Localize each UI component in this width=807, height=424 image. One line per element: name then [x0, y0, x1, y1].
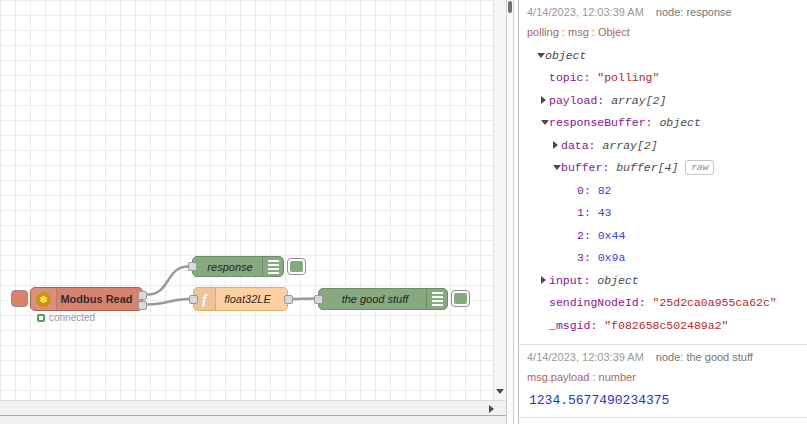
debug-tree-row: data: array[2]	[527, 134, 799, 157]
modbus-flower-icon: ✽	[36, 292, 51, 307]
wire-function-to-goodstuff[interactable]	[292, 299, 314, 300]
status-connected-icon	[37, 314, 45, 322]
timestamp: 4/14/2023, 12:03:39 AM	[527, 351, 644, 363]
node-label: Modbus Read	[57, 288, 136, 310]
debug-tree-row: object	[527, 44, 799, 67]
debug-key: 0:	[577, 184, 598, 197]
debug-key: buffer:	[561, 161, 616, 174]
debug-tree: objecttopic: "polling"payload: array[2]r…	[527, 44, 799, 337]
scroll-down-arrow-icon[interactable]	[496, 389, 504, 394]
debug-value: 0x9a	[598, 251, 626, 264]
debug-key: topic:	[549, 71, 597, 84]
node-label: response	[199, 257, 261, 276]
expand-arrow-icon[interactable]	[553, 141, 561, 149]
debug-message-subject: polling : msg : Object	[527, 22, 799, 40]
debug-panel-scrollbar[interactable]	[506, 0, 514, 424]
debug-message: 4/14/2023, 12:03:39 AM node: response po…	[519, 0, 807, 345]
debug-key: responseBuffer:	[549, 116, 659, 129]
node-label: the good stuff	[325, 289, 425, 309]
debug-sidebar: 4/14/2023, 12:03:39 AM node: response po…	[519, 0, 807, 424]
flow-canvas[interactable]: ✽ Modbus Read connected response f float…	[0, 0, 493, 400]
debug-list-icon	[262, 257, 283, 276]
goodstuff-input-port[interactable]	[314, 295, 323, 304]
canvas-horizontal-scrollbar[interactable]	[0, 400, 506, 415]
node-label: float32LE	[216, 288, 279, 310]
window-bottom-chrome	[0, 415, 506, 424]
source-node-name: node: the good stuff	[656, 351, 753, 363]
expand-arrow-icon[interactable]	[541, 96, 549, 104]
canvas-vertical-scrollbar[interactable]	[493, 0, 506, 400]
collapse-arrow-icon[interactable]	[553, 165, 561, 170]
debug-tree-row: 3: 0x9a	[527, 247, 799, 270]
debug-key: _msgid:	[549, 319, 604, 332]
collapse-arrow-icon[interactable]	[541, 120, 549, 125]
debug-tree-row: topic: "polling"	[527, 67, 799, 90]
debug-message-meta: 4/14/2023, 12:03:39 AM node: the good st…	[527, 351, 799, 367]
debug-tree-row: _msgid: "f082658c502489a2"	[527, 314, 799, 337]
source-node-name: node: response	[656, 6, 732, 18]
debug-tree-row: buffer: buffer[4]raw	[527, 157, 799, 180]
debug-value: array[2]	[611, 94, 666, 107]
debug-key: payload:	[549, 94, 611, 107]
debug-value: 0x44	[598, 229, 626, 242]
wire-modbus-to-function[interactable]	[148, 299, 189, 305]
debug-value: "polling"	[597, 71, 659, 84]
debug-key: data:	[561, 139, 602, 152]
debug-message-subject: msg.payload : number	[527, 367, 799, 385]
wire-modbus-to-response[interactable]	[148, 267, 188, 295]
function-input-port[interactable]	[189, 295, 198, 304]
debug-key: input:	[549, 274, 597, 287]
node-debug-good-stuff[interactable]: the good stuff	[318, 288, 448, 310]
debug-value: 43	[598, 206, 612, 219]
debug-value: array[2]	[602, 139, 657, 152]
debug-value: object	[597, 274, 638, 287]
modbus-trigger-button[interactable]	[11, 290, 28, 307]
debug-tree-row: payload: array[2]	[527, 89, 799, 112]
scroll-right-arrow-icon[interactable]	[489, 405, 494, 413]
debug-tree-row: sendingNodeId: "25d2ca0a955ca62c"	[527, 292, 799, 315]
debug-list-icon	[426, 289, 447, 309]
debug-enable-toggle-response[interactable]	[287, 258, 306, 275]
expand-arrow-icon[interactable]	[541, 276, 549, 284]
node-function-float32le[interactable]: f float32LE	[193, 287, 288, 311]
debug-message: 4/14/2023, 12:03:39 AM node: the good st…	[519, 345, 807, 418]
debug-key: 3:	[577, 251, 598, 264]
collapse-arrow-icon[interactable]	[537, 53, 545, 58]
debug-payload-value: 1234.5677490234375	[527, 389, 799, 410]
debug-value: 82	[598, 184, 612, 197]
response-input-port[interactable]	[188, 262, 197, 271]
debug-tree-row: 2: 0x44	[527, 224, 799, 247]
debug-value: buffer[4]	[616, 161, 678, 174]
timestamp: 4/14/2023, 12:03:39 AM	[527, 6, 644, 18]
scrollbar-thumb[interactable]	[508, 1, 512, 13]
debug-value: object	[545, 49, 586, 62]
debug-tree-row: 1: 43	[527, 202, 799, 225]
debug-message-meta: 4/14/2023, 12:03:39 AM node: response	[527, 6, 799, 22]
node-debug-response[interactable]: response	[192, 256, 284, 277]
node-status: connected	[37, 312, 95, 323]
debug-value: "f082658c502489a2"	[604, 319, 728, 332]
node-modbus-read[interactable]: ✽ Modbus Read	[30, 287, 143, 311]
debug-key: 1:	[577, 206, 598, 219]
modbus-icon-box: ✽	[31, 288, 57, 310]
modbus-output-port-2[interactable]	[138, 301, 147, 310]
debug-value: object	[659, 116, 700, 129]
debug-enable-toggle-goodstuff[interactable]	[451, 290, 470, 307]
function-output-port[interactable]	[284, 295, 293, 304]
node-red-window: ✽ Modbus Read connected response f float…	[0, 0, 807, 424]
debug-tree-row: input: object	[527, 269, 799, 292]
debug-key: sendingNodeId:	[549, 296, 653, 309]
debug-tree-row: 0: 82	[527, 179, 799, 202]
wire-layer	[0, 0, 493, 400]
raw-button[interactable]: raw	[685, 160, 714, 175]
debug-value: "25d2ca0a955ca62c"	[653, 296, 777, 309]
debug-tree-row: responseBuffer: object	[527, 112, 799, 135]
debug-key: 2:	[577, 229, 598, 242]
modbus-output-port-1[interactable]	[138, 291, 147, 300]
